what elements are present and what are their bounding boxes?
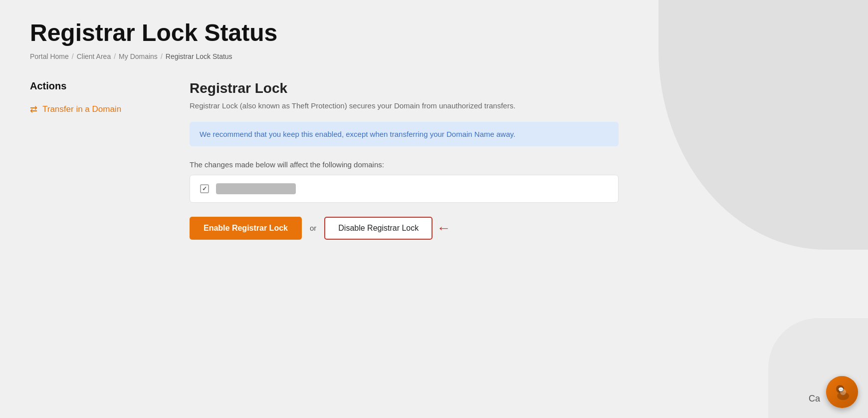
enable-registrar-lock-button[interactable]: Enable Registrar Lock bbox=[190, 217, 302, 240]
sidebar: Actions ⇄ Transfer in a Domain bbox=[30, 80, 160, 117]
chat-widget[interactable]: 💬 bbox=[826, 376, 858, 408]
partial-text: Ca bbox=[809, 394, 820, 404]
breadcrumb-sep-1: / bbox=[72, 52, 74, 60]
sidebar-item-transfer-label: Transfer in a Domain bbox=[42, 104, 121, 114]
breadcrumb: Portal Home / Client Area / My Domains /… bbox=[30, 52, 619, 60]
breadcrumb-client-area[interactable]: Client Area bbox=[77, 52, 111, 60]
or-separator: or bbox=[310, 224, 316, 232]
main-layout: Actions ⇄ Transfer in a Domain Registrar… bbox=[30, 80, 619, 240]
breadcrumb-current: Registrar Lock Status bbox=[166, 52, 232, 60]
svg-point-3 bbox=[840, 389, 846, 395]
breadcrumb-my-domains[interactable]: My Domains bbox=[119, 52, 158, 60]
domain-name-redacted bbox=[216, 183, 296, 194]
breadcrumb-sep-3: / bbox=[161, 52, 163, 60]
bg-shape-right bbox=[658, 0, 868, 250]
disable-registrar-lock-button[interactable]: Disable Registrar Lock bbox=[324, 217, 433, 240]
action-buttons: Enable Registrar Lock or Disable Registr… bbox=[190, 217, 619, 240]
content-description: Registrar Lock (also known as Theft Prot… bbox=[190, 101, 619, 110]
disable-button-container: Disable Registrar Lock ← bbox=[324, 217, 450, 240]
transfer-icon: ⇄ bbox=[30, 104, 37, 115]
red-arrow-icon: ← bbox=[436, 220, 450, 236]
info-box: We recommend that you keep this enabled,… bbox=[190, 122, 619, 146]
sidebar-item-transfer[interactable]: ⇄ Transfer in a Domain bbox=[30, 102, 160, 117]
chat-avatar: 💬 bbox=[826, 376, 858, 408]
breadcrumb-portal-home[interactable]: Portal Home bbox=[30, 52, 69, 60]
info-box-text: We recommend that you keep this enabled,… bbox=[200, 130, 609, 138]
domain-checkbox[interactable]: ✓ bbox=[200, 184, 209, 193]
domains-label: The changes made below will affect the f… bbox=[190, 160, 619, 169]
chat-avatar-svg: 💬 bbox=[832, 382, 852, 402]
page-title: Registrar Lock Status bbox=[30, 20, 619, 46]
checkmark-icon: ✓ bbox=[202, 185, 207, 192]
domain-item: ✓ bbox=[190, 175, 618, 202]
content-title: Registrar Lock bbox=[190, 80, 619, 96]
content-area: Registrar Lock Registrar Lock (also know… bbox=[190, 80, 619, 240]
domain-list: ✓ bbox=[190, 175, 619, 203]
sidebar-title: Actions bbox=[30, 80, 160, 92]
breadcrumb-sep-2: / bbox=[114, 52, 116, 60]
